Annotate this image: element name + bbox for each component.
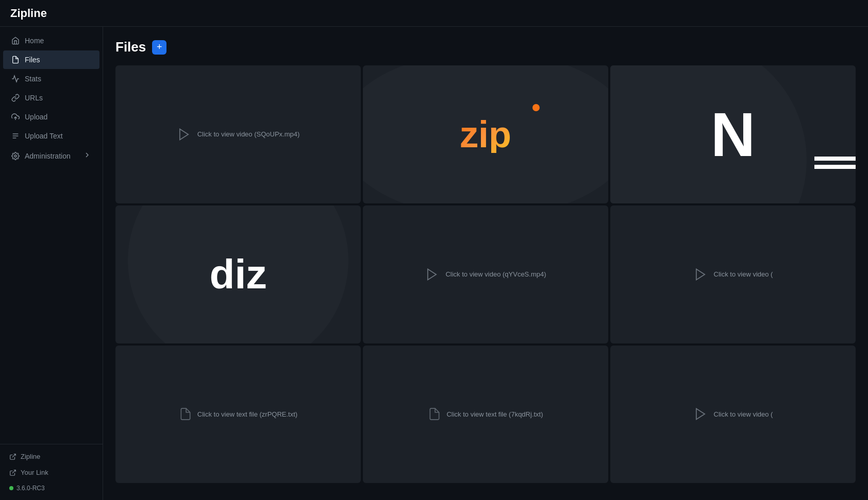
version-status-dot (9, 486, 13, 490)
gear-icon (11, 152, 20, 160)
n-bg (610, 65, 807, 203)
file-card-text-1[interactable]: Click to view text file (zrPQRE.txt) (115, 346, 361, 484)
file-card-diz[interactable]: diz (115, 205, 361, 343)
main-layout: Home Files Stats (0, 27, 868, 500)
file-card-video-1[interactable]: Click to view video (SQoUPx.mp4) (115, 65, 361, 203)
sidebar-footer-zipline-label: Zipline (21, 453, 40, 460)
play-icon-2 (425, 267, 439, 282)
sidebar-footer-your-link[interactable]: Your Link (3, 464, 99, 480)
sidebar-item-stats[interactable]: Stats (3, 70, 99, 88)
topbar: Zipline (0, 0, 868, 27)
zip-dot (532, 104, 540, 111)
sidebar-label-upload-text: Upload Text (25, 132, 63, 140)
files-title: Files (115, 39, 146, 55)
text-label-1: Click to view text file (zrPQRE.txt) (197, 410, 297, 418)
files-header: Files + (115, 39, 856, 55)
app-logo: Zipline (10, 7, 47, 20)
svg-marker-8 (428, 269, 436, 280)
main-content: Files + Click to view video (SQoUPx.mp4)… (103, 27, 868, 500)
svg-point-4 (14, 155, 16, 157)
text-label-2: Click to view text file (7kqdRj.txt) (446, 410, 543, 418)
svg-line-6 (12, 470, 15, 473)
n-lines (814, 157, 856, 169)
sidebar-footer-zipline[interactable]: Zipline (3, 449, 99, 464)
file-card-video-4[interactable]: Click to view video ( (610, 346, 856, 484)
file-card-video-2[interactable]: Click to view video (qYVceS.mp4) (363, 205, 608, 343)
video-label-2: Click to view video (qYVceS.mp4) (445, 270, 546, 278)
text-icon (11, 132, 20, 140)
files-grid: Click to view video (SQoUPx.mp4) zip N (115, 65, 856, 483)
file-card-zip[interactable]: zip (363, 65, 608, 203)
upload-icon (11, 113, 20, 121)
version-badge: 3.6.0-RC3 (3, 480, 99, 496)
sidebar-label-files: Files (25, 56, 40, 64)
sidebar-footer-your-link-label: Your Link (21, 469, 48, 476)
sidebar-item-home[interactable]: Home (3, 31, 99, 50)
svg-marker-10 (696, 409, 704, 420)
files-icon (11, 56, 20, 64)
sidebar-item-upload-text[interactable]: Upload Text (3, 127, 99, 145)
svg-marker-9 (696, 269, 704, 280)
n-text: N (711, 104, 756, 165)
sidebar-item-files[interactable]: Files (3, 50, 99, 69)
sidebar-label-administration: Administration (25, 152, 71, 160)
play-icon-3 (693, 267, 708, 282)
version-text: 3.6.0-RC3 (16, 485, 45, 492)
n-line-1 (814, 157, 856, 161)
zip-text: zip (460, 116, 511, 153)
external-link-icon (9, 453, 16, 460)
svg-line-5 (12, 454, 15, 457)
svg-marker-7 (179, 129, 188, 140)
video-label-3: Click to view video ( (714, 270, 773, 278)
diz-text: diz (209, 254, 266, 295)
link-icon (11, 94, 20, 102)
video-label-4: Click to view video ( (714, 410, 773, 418)
sidebar-nav: Home Files Stats (0, 31, 103, 444)
play-icon (177, 127, 191, 142)
sidebar-footer: Zipline Your Link 3.6.0-RC3 (0, 444, 103, 500)
sidebar-label-upload: Upload (25, 113, 47, 121)
stats-icon (11, 75, 20, 83)
file-text-icon-2 (428, 407, 441, 421)
file-card-video-3[interactable]: Click to view video ( (610, 205, 856, 343)
sidebar-item-administration[interactable]: Administration (3, 146, 99, 166)
file-card-text-2[interactable]: Click to view text file (7kqdRj.txt) (363, 346, 608, 484)
play-icon-4 (693, 407, 708, 421)
external-link2-icon (9, 469, 16, 476)
video-label-1: Click to view video (SQoUPx.mp4) (197, 130, 300, 138)
add-file-button[interactable]: + (152, 40, 166, 55)
file-text-icon-1 (179, 407, 192, 421)
sidebar-item-urls[interactable]: URLs (3, 89, 99, 107)
sidebar-item-upload[interactable]: Upload (3, 108, 99, 126)
file-card-n[interactable]: N (610, 65, 856, 203)
home-icon (11, 37, 20, 45)
sidebar-label-stats: Stats (25, 75, 41, 83)
sidebar-label-urls: URLs (25, 94, 43, 102)
sidebar-label-home: Home (25, 37, 44, 45)
n-line-2 (814, 165, 856, 169)
sidebar: Home Files Stats (0, 27, 103, 500)
chevron-right-icon (83, 151, 91, 161)
